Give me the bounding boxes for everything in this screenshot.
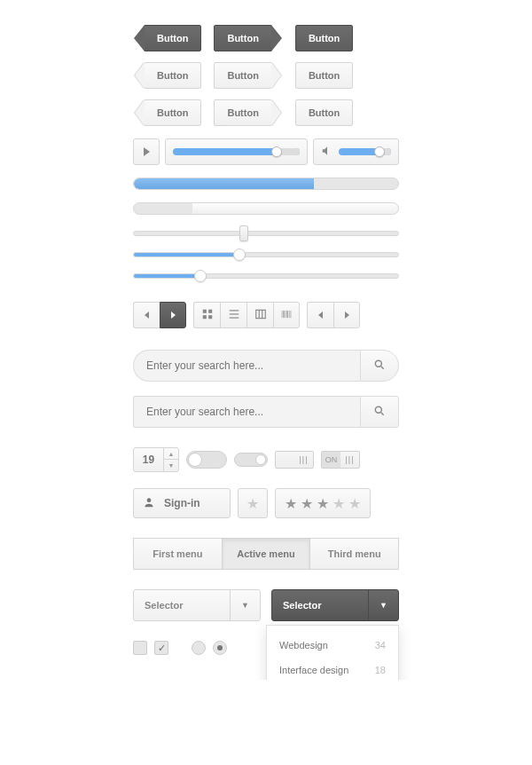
tag-button-right[interactable]: Button bbox=[214, 25, 271, 51]
next-button-2[interactable] bbox=[333, 302, 360, 328]
button-label: Button bbox=[309, 107, 340, 118]
seek-thumb[interactable] bbox=[271, 146, 282, 157]
tab-label: Active menu bbox=[237, 548, 294, 559]
toggle-rect-on[interactable]: ON bbox=[321, 451, 360, 469]
svg-rect-2 bbox=[202, 315, 206, 319]
tag-button-left[interactable]: Button bbox=[144, 99, 201, 126]
speaker-icon bbox=[321, 145, 333, 160]
tab-first[interactable]: First menu bbox=[133, 538, 223, 570]
svg-rect-13 bbox=[287, 310, 288, 317]
button-plain[interactable]: Button bbox=[295, 99, 353, 126]
svg-line-17 bbox=[381, 366, 384, 368]
search-input-rect[interactable] bbox=[133, 396, 360, 428]
chevron-left-icon bbox=[145, 312, 149, 319]
stepper-up[interactable]: ▲ bbox=[164, 448, 178, 460]
slider-rect-thumb[interactable] bbox=[133, 231, 399, 236]
svg-rect-4 bbox=[229, 310, 239, 311]
volume-slider[interactable] bbox=[313, 138, 399, 165]
svg-line-19 bbox=[381, 412, 384, 414]
favorite-button[interactable]: ★ bbox=[238, 488, 268, 518]
star-2[interactable]: ★ bbox=[301, 495, 313, 512]
star-5[interactable]: ★ bbox=[348, 495, 361, 512]
seek-slider[interactable] bbox=[165, 138, 308, 165]
dropdown-item[interactable]: Webdesign34 bbox=[267, 633, 398, 658]
svg-rect-5 bbox=[229, 313, 239, 314]
slider-round-blue-2[interactable] bbox=[133, 273, 399, 279]
signin-button[interactable]: Sign-in bbox=[133, 488, 231, 518]
radio-off[interactable] bbox=[192, 641, 206, 655]
grid-icon bbox=[201, 308, 214, 323]
search-icon bbox=[373, 405, 386, 420]
progress-bar-blue bbox=[133, 177, 399, 190]
svg-rect-10 bbox=[282, 310, 283, 317]
slider-thumb[interactable] bbox=[194, 270, 207, 282]
prev-button-2[interactable] bbox=[307, 302, 333, 328]
user-icon bbox=[143, 496, 155, 511]
checkbox-checked[interactable]: ✓ bbox=[154, 641, 168, 655]
dropdown-menu: Webdesign34 Interface design18 Other stu… bbox=[266, 625, 399, 680]
dropdown-item[interactable]: Interface design18 bbox=[267, 658, 398, 680]
view-list-button[interactable] bbox=[220, 302, 246, 328]
star-3[interactable]: ★ bbox=[317, 495, 329, 512]
slider-thumb[interactable] bbox=[239, 225, 248, 241]
button-label: Button bbox=[227, 70, 258, 81]
tab-active[interactable]: Active menu bbox=[223, 538, 311, 570]
svg-rect-15 bbox=[291, 310, 292, 317]
tab-third[interactable]: Third menu bbox=[310, 538, 399, 570]
view-grid-button[interactable] bbox=[193, 302, 220, 328]
volume-thumb[interactable] bbox=[374, 146, 385, 157]
button-label: Button bbox=[309, 33, 340, 43]
columns-icon bbox=[254, 308, 267, 323]
search-button[interactable] bbox=[360, 350, 399, 382]
search-button[interactable] bbox=[360, 396, 399, 428]
tab-label: First menu bbox=[153, 548, 202, 559]
tag-button-right[interactable]: Button bbox=[214, 99, 271, 126]
svg-rect-3 bbox=[208, 315, 212, 319]
barcode-icon bbox=[280, 308, 293, 323]
toggle-switch-1[interactable] bbox=[186, 451, 227, 469]
tag-button-left[interactable]: Button bbox=[144, 62, 201, 89]
svg-rect-14 bbox=[289, 310, 290, 317]
button-label: Button bbox=[157, 70, 188, 81]
view-columns-button[interactable] bbox=[246, 302, 273, 328]
star-1[interactable]: ★ bbox=[285, 495, 297, 512]
selector-label: Selector bbox=[272, 590, 368, 620]
chevron-right-icon bbox=[345, 312, 349, 319]
button-label: Button bbox=[157, 107, 188, 118]
toggle-rect-1[interactable] bbox=[275, 451, 314, 469]
button-plain[interactable]: Button bbox=[295, 62, 353, 89]
svg-rect-1 bbox=[208, 309, 212, 312]
stepper-value: 19 bbox=[134, 448, 164, 471]
radio-on[interactable] bbox=[213, 641, 227, 655]
item-count: 34 bbox=[375, 640, 386, 651]
number-stepper[interactable]: 19 ▲▼ bbox=[133, 447, 179, 472]
next-button-active[interactable] bbox=[160, 302, 186, 328]
search-icon bbox=[373, 359, 386, 374]
prev-button[interactable] bbox=[133, 302, 160, 328]
slider-thumb[interactable] bbox=[233, 248, 246, 261]
star-rating[interactable]: ★ ★ ★ ★ ★ bbox=[275, 488, 371, 518]
play-button[interactable] bbox=[133, 138, 160, 165]
search-input-round[interactable] bbox=[133, 350, 360, 382]
toggle-on-label: ON bbox=[322, 452, 340, 468]
slider-round-blue[interactable] bbox=[133, 252, 399, 257]
stepper-down[interactable]: ▼ bbox=[164, 460, 178, 471]
toggle-switch-2[interactable] bbox=[234, 453, 268, 467]
item-label: Webdesign bbox=[279, 640, 328, 651]
button-plain[interactable]: Button bbox=[295, 25, 353, 51]
selector-label: Selector bbox=[134, 590, 230, 620]
svg-rect-12 bbox=[286, 310, 286, 317]
selector-light[interactable]: Selector ▼ bbox=[133, 589, 261, 621]
tag-button-right[interactable]: Button bbox=[214, 62, 271, 89]
svg-rect-11 bbox=[284, 310, 285, 317]
svg-rect-7 bbox=[255, 310, 265, 318]
item-label: Interface design bbox=[279, 665, 348, 675]
view-barcode-button[interactable] bbox=[273, 302, 300, 328]
tag-button-left[interactable]: Button bbox=[144, 25, 201, 51]
svg-rect-0 bbox=[202, 309, 206, 312]
star-4[interactable]: ★ bbox=[332, 495, 345, 512]
selector-dark[interactable]: Selector ▼ bbox=[271, 589, 399, 621]
signin-label: Sign-in bbox=[164, 497, 200, 509]
button-label: Button bbox=[309, 70, 340, 81]
checkbox-unchecked[interactable] bbox=[133, 641, 147, 655]
